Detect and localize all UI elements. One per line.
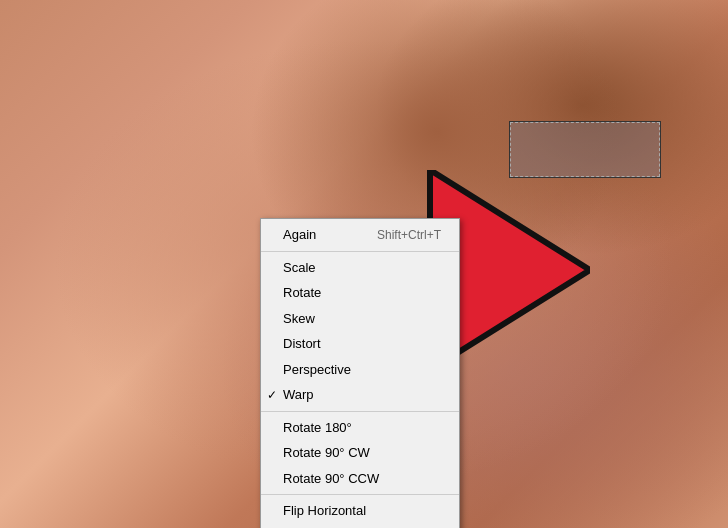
submenu-item-flip-horizontal[interactable]: Flip Horizontal: [261, 498, 459, 524]
submenu-item-distort[interactable]: Distort: [261, 331, 459, 357]
submenu-item-rotate-90cw[interactable]: Rotate 90° CW: [261, 440, 459, 466]
submenu-item-perspective[interactable]: Perspective: [261, 357, 459, 383]
submenu-item-flip-vertical[interactable]: Flip Vertical: [261, 524, 459, 529]
submenu-sep-1: [261, 251, 459, 252]
submenu-sep-3: [261, 494, 459, 495]
submenu-item-skew[interactable]: Skew: [261, 306, 459, 332]
submenu-item-rotate[interactable]: Rotate: [261, 280, 459, 306]
transform-submenu: Again Shift+Ctrl+T Scale Rotate Skew Dis…: [260, 218, 460, 528]
eye-selection-box: [510, 122, 660, 177]
submenu-item-again[interactable]: Again Shift+Ctrl+T: [261, 222, 459, 248]
submenu-item-rotate-90ccw[interactable]: Rotate 90° CCW: [261, 466, 459, 492]
warp-checkmark: ✓: [267, 386, 277, 404]
submenu-item-scale[interactable]: Scale: [261, 255, 459, 281]
submenu-sep-2: [261, 411, 459, 412]
submenu-item-rotate-180[interactable]: Rotate 180°: [261, 415, 459, 441]
submenu-item-warp[interactable]: ✓ Warp: [261, 382, 459, 408]
